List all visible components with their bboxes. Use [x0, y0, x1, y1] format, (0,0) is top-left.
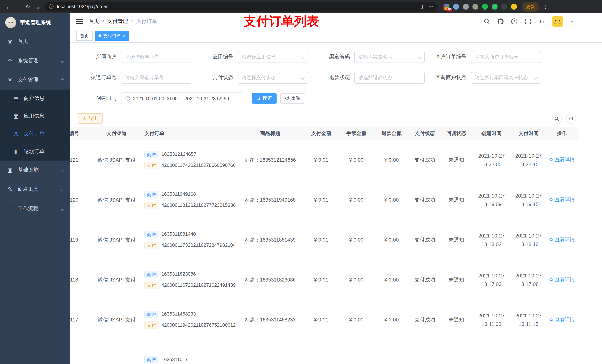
cell-notify-status: 未通知	[441, 156, 472, 164]
refresh-icon[interactable]	[566, 113, 576, 123]
filter-select-app-no[interactable]: 请选择应用信息	[238, 51, 308, 63]
search-button-label: 搜索	[262, 95, 272, 102]
gray-extension-icon[interactable]	[463, 4, 469, 10]
filter-select-callback-status[interactable]: 请选择订单回调商户状态	[471, 72, 541, 83]
navbar-actions: ? TT	[484, 16, 596, 27]
green-check-extension-icon[interactable]	[482, 4, 488, 10]
pinwheel-extension-icon[interactable]: 10	[443, 4, 450, 10]
chevron-down-icon	[61, 168, 64, 172]
breadcrumb-item: 支付订单	[136, 18, 157, 25]
fullscreen-icon[interactable]	[525, 18, 531, 25]
filter-field: 所属商户请选择所属商户	[78, 51, 191, 63]
blue-extension-icon[interactable]	[453, 4, 459, 10]
breadcrumb-item[interactable]: 首页	[89, 18, 99, 25]
filter-input-merchant[interactable]: 请选择所属商户	[121, 51, 191, 63]
filter-form: 所属商户请选择所属商户应用编号请选择应用信息渠道编码请输入渠道编码商户订单编号请…	[78, 42, 595, 104]
cell-notify-status: 未通知	[441, 196, 472, 204]
sidebar-item-dev-tools[interactable]: ✎研发工具	[0, 180, 70, 199]
sidebar-item-label: 基础设施	[18, 167, 39, 174]
filter-select-refund-status[interactable]: 请选择退款状态	[354, 72, 425, 83]
sidebar-item-pay-order[interactable]: ◎支付订单	[0, 125, 70, 143]
filter-select-channel-code[interactable]: 请输入渠道编码	[354, 51, 425, 63]
view-detail-link[interactable]: 查看详情	[549, 276, 575, 283]
view-detail-link[interactable]: 查看详情	[549, 156, 575, 164]
reset-button[interactable]: 重置	[280, 93, 305, 104]
view-detail-link[interactable]: 查看详情	[549, 316, 575, 323]
cell-pay-order: 商户1635312124657支付42000011742021102780605…	[141, 151, 237, 169]
github-icon[interactable]	[497, 18, 504, 25]
merchant-order-no: 1635311468233	[161, 310, 196, 318]
browser-update-button[interactable]: 更新	[522, 2, 539, 12]
merchant-order-no: 1635312124657	[161, 151, 196, 158]
close-icon[interactable]: ×	[123, 34, 126, 38]
sidebar-item-home[interactable]: ◉首页	[0, 32, 70, 51]
hide-search-icon[interactable]	[552, 113, 562, 123]
app-logo[interactable]: 芋道管理系统	[0, 13, 70, 32]
filter-input-merchant-order-no[interactable]: 请输入商户订单编号	[471, 51, 541, 63]
export-button[interactable]: 导出	[78, 113, 103, 124]
table-row: 117微信 JSAPI 支付商户1635311468233支付420000119…	[70, 300, 578, 340]
sidebar-item-app-info[interactable]: ▦应用信息	[0, 107, 70, 125]
tag-label: 支付订单	[103, 33, 121, 39]
chevron-down-icon[interactable]	[570, 21, 573, 22]
home-icon[interactable]: ⌂	[32, 3, 42, 10]
sidebar-item-label: 支付管理	[18, 77, 39, 83]
page-tag[interactable]: 首页	[76, 31, 93, 41]
svg-text:T: T	[539, 19, 542, 24]
filter-select-pay-status[interactable]: 请选择支付状态	[238, 72, 308, 83]
sidebar-item-system[interactable]: ⚙系统管理	[0, 51, 70, 70]
url-bar[interactable]: ⓘ localhost:1024/pay/order ↥ ☆	[44, 2, 438, 11]
merchant-order-line: 商户1635311517	[144, 356, 188, 364]
reload-icon[interactable]: ↻	[23, 3, 32, 10]
date-start-value: 2021-10-01 00:00:00	[133, 96, 178, 101]
pay-tag: 支付	[144, 322, 159, 329]
date-separator: -	[180, 96, 182, 101]
merchant-order-no: 1635311949168	[161, 190, 196, 198]
breadcrumb: 首页/支付管理/支付订单	[89, 18, 157, 25]
browser-menu-icon[interactable]: ⋮	[543, 4, 548, 10]
tag-label: 首页	[80, 33, 89, 39]
cell-pay-status: 支付成功	[409, 156, 441, 164]
help-icon[interactable]: ?	[511, 18, 517, 25]
workflow-icon: ◫	[7, 205, 13, 212]
sidebar-item-label: 商户信息	[24, 95, 44, 102]
olive-extension-icon[interactable]	[473, 4, 478, 10]
merchant-order-no: 1635311881440	[161, 230, 196, 238]
sidebar-item-payment[interactable]: ¥支付管理	[0, 70, 70, 90]
share-icon[interactable]: ↥	[420, 4, 424, 10]
cell-action: 查看详情	[546, 236, 578, 244]
search-button[interactable]: 搜索	[252, 93, 277, 104]
yellow-face-extension-icon[interactable]	[511, 4, 517, 10]
table-row: 118微信 JSAPI 支付商户1635311823086支付420000116…	[70, 260, 578, 300]
filter-field: 创建时间 2021-10-01 00:00:00 - 2021-10-31 23…	[78, 93, 243, 104]
create-time-range-picker[interactable]: 2021-10-01 00:00:00 - 2021-10-31 23:59:5…	[121, 93, 243, 104]
font-size-icon[interactable]: TT	[538, 18, 545, 25]
cell-title: 标题：1635311823086	[237, 276, 304, 284]
site-info-icon[interactable]: ⓘ	[49, 3, 54, 10]
dark-extension-icon[interactable]	[501, 4, 507, 10]
forward-icon[interactable]: →	[13, 3, 23, 10]
sidebar-item-refund-order[interactable]: ▥退款订单	[0, 143, 70, 161]
merchant-tag: 商户	[144, 311, 159, 318]
sidebar-item-workflow[interactable]: ◫工作流程	[0, 199, 70, 218]
search-icon[interactable]	[484, 18, 490, 25]
bookmark-star-icon[interactable]: ☆	[429, 4, 433, 10]
filter-label: 商户订单编号	[428, 54, 471, 60]
view-detail-link[interactable]: 查看详情	[549, 196, 575, 204]
page-tag[interactable]: 支付订单×	[95, 31, 129, 41]
cell-amount: ¥ 0.01	[304, 316, 339, 324]
chevron-down-icon	[61, 187, 64, 191]
cell-amount: ¥ 0.01	[304, 156, 339, 164]
back-icon[interactable]: ←	[4, 3, 13, 10]
filter-input-channel-order-no[interactable]: 请输入渠道订单号	[121, 72, 191, 83]
sidebar-item-infrastructure[interactable]: ▣基础设施	[0, 161, 70, 180]
breadcrumb-item[interactable]: 支付管理	[107, 18, 128, 25]
view-detail-link[interactable]: 查看详情	[549, 236, 575, 244]
cell-create-time: 2021-10-27 13:19:09	[472, 192, 511, 208]
cell-pay-time: 2021-10-27 13:18:10	[511, 232, 546, 248]
sidebar-item-merchant-info[interactable]: ▤商户信息	[0, 90, 70, 107]
green-chat-extension-icon[interactable]	[492, 4, 498, 10]
cell-create-time: 2021-10-27 13:17:03	[472, 271, 511, 288]
sidebar-fold-icon[interactable]	[76, 19, 83, 24]
avatar[interactable]	[552, 16, 563, 27]
